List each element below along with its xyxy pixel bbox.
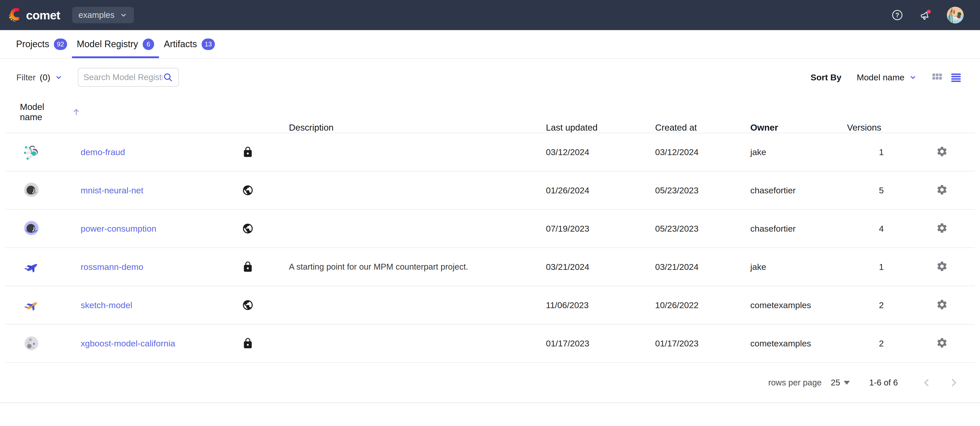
table-rows: demo-fraud 03/12/2024 03/12/2024 jake 1 … bbox=[5, 133, 975, 363]
model-registry-table: Model name Visibility Description Last u… bbox=[5, 102, 975, 363]
tab-count-badge: 6 bbox=[143, 38, 154, 50]
column-header-owner: Owner bbox=[750, 122, 847, 133]
sort-ascending-arrow-icon bbox=[72, 108, 81, 116]
created-at-cell: 01/17/2023 bbox=[655, 339, 750, 348]
model-name-link[interactable]: sketch-model bbox=[81, 300, 132, 310]
column-header-last-updated: Last updated bbox=[546, 122, 655, 133]
announcements-button[interactable] bbox=[919, 8, 932, 22]
table-row: power-consumption 07/19/2023 05/23/2023 … bbox=[5, 210, 975, 248]
table-row: sketch-model 11/06/2023 10/26/2022 comet… bbox=[5, 286, 975, 324]
table-row: rossmann-demo A starting point for our M… bbox=[5, 248, 975, 286]
versions-cell: 2 bbox=[847, 300, 929, 310]
user-avatar[interactable] bbox=[947, 6, 964, 24]
page-range-label: 1-6 of 6 bbox=[869, 378, 898, 388]
search-box bbox=[78, 68, 179, 87]
previous-page-button[interactable] bbox=[921, 377, 933, 389]
table-row: mnist-neural-net 01/26/2024 05/23/2023 c… bbox=[5, 172, 975, 210]
model-name-link[interactable]: power-consumption bbox=[81, 224, 156, 234]
grid-view-button[interactable] bbox=[932, 72, 943, 83]
owner-cell: chasefortier bbox=[750, 186, 847, 196]
created-at-cell: 05/23/2023 bbox=[655, 224, 750, 234]
search-icon[interactable] bbox=[162, 72, 173, 83]
gear-icon[interactable] bbox=[936, 154, 948, 158]
model-logo-icon bbox=[23, 296, 40, 314]
tab-bar: Projects 92 Model Registry 6 Artifacts 1… bbox=[0, 30, 980, 59]
chevron-left-icon bbox=[921, 377, 933, 389]
tab-count-badge: 92 bbox=[54, 38, 67, 50]
tab-projects[interactable]: Projects 92 bbox=[11, 30, 72, 58]
brand-wordmark: comet bbox=[26, 8, 60, 22]
search-input[interactable] bbox=[83, 72, 162, 82]
lock-icon bbox=[242, 261, 254, 273]
rows-per-page-select[interactable]: 25 bbox=[831, 378, 850, 388]
gear-icon[interactable] bbox=[936, 269, 948, 273]
chevron-down-icon bbox=[119, 11, 128, 19]
top-bar: comet examples ? bbox=[0, 0, 980, 30]
gear-icon[interactable] bbox=[936, 192, 948, 196]
filter-label: Filter bbox=[16, 72, 36, 83]
column-header-created-at: Created at bbox=[655, 122, 750, 133]
model-name-link[interactable]: xgboost-model-california bbox=[81, 339, 175, 348]
created-at-cell: 03/12/2024 bbox=[655, 147, 750, 157]
sort-by-label: Sort By bbox=[811, 72, 842, 83]
notification-dot bbox=[927, 10, 931, 14]
tab-label: Projects bbox=[16, 39, 49, 49]
model-name-link[interactable]: demo-fraud bbox=[81, 147, 125, 157]
view-toggles bbox=[932, 72, 962, 83]
versions-cell: 4 bbox=[847, 224, 929, 234]
created-at-cell: 05/23/2023 bbox=[655, 186, 750, 196]
globe-icon bbox=[242, 299, 254, 311]
lock-icon bbox=[242, 337, 254, 349]
last-updated-cell: 01/26/2024 bbox=[546, 186, 655, 196]
globe-icon bbox=[242, 184, 254, 196]
last-updated-cell: 11/06/2023 bbox=[546, 300, 655, 310]
tab-model-registry[interactable]: Model Registry 6 bbox=[72, 30, 159, 58]
grid-view-icon bbox=[932, 72, 943, 83]
topbar-actions: ? bbox=[891, 6, 980, 24]
gear-icon[interactable] bbox=[936, 345, 948, 350]
filter-dropdown[interactable]: Filter (0) bbox=[16, 72, 63, 83]
megaphone-icon bbox=[919, 9, 932, 21]
list-view-button[interactable] bbox=[950, 72, 962, 83]
comet-brand: comet bbox=[8, 7, 60, 23]
created-at-cell: 03/21/2024 bbox=[655, 262, 750, 272]
last-updated-cell: 01/17/2023 bbox=[546, 339, 655, 348]
sort-dropdown[interactable]: Model name bbox=[857, 72, 917, 83]
tab-label: Model Registry bbox=[77, 39, 138, 49]
rows-per-page-label: rows per page bbox=[768, 378, 821, 388]
registry-toolbar: Filter (0) Sort By Model name bbox=[0, 68, 980, 87]
last-updated-cell: 03/12/2024 bbox=[546, 147, 655, 157]
column-header-model-name[interactable]: Model name bbox=[20, 102, 81, 122]
versions-cell: 2 bbox=[847, 339, 929, 348]
versions-cell: 5 bbox=[847, 186, 929, 196]
model-name-link[interactable]: rossmann-demo bbox=[81, 262, 143, 272]
owner-cell: jake bbox=[750, 262, 847, 272]
last-updated-cell: 03/21/2024 bbox=[546, 262, 655, 272]
tab-count-badge: 13 bbox=[202, 38, 215, 50]
pagination-bar: rows per page 25 1-6 of 6 bbox=[0, 363, 980, 403]
model-logo-icon bbox=[23, 220, 40, 237]
tab-artifacts[interactable]: Artifacts 13 bbox=[159, 30, 220, 58]
gear-icon[interactable] bbox=[936, 230, 948, 235]
column-header-description: Description bbox=[289, 122, 546, 133]
globe-icon bbox=[242, 223, 254, 234]
comet-logo-icon bbox=[8, 7, 23, 23]
next-page-button[interactable] bbox=[947, 377, 959, 389]
column-header-visibility: Visibility bbox=[0, 122, 220, 133]
owner-cell: jake bbox=[750, 147, 847, 157]
owner-cell: cometexamples bbox=[750, 339, 847, 348]
toolbar-right: Sort By Model name bbox=[811, 72, 980, 83]
gear-icon[interactable] bbox=[936, 307, 948, 311]
pagination-nav bbox=[921, 377, 959, 389]
filter-count: (0) bbox=[40, 72, 51, 83]
help-icon: ? bbox=[891, 9, 904, 21]
model-logo-icon bbox=[23, 258, 40, 275]
list-view-icon bbox=[950, 72, 962, 83]
model-logo-icon bbox=[23, 182, 40, 199]
table-row: xgboost-model-california 01/17/2023 01/1… bbox=[5, 324, 975, 363]
table-header: Model name Visibility Description Last u… bbox=[5, 102, 975, 133]
model-name-link[interactable]: mnist-neural-net bbox=[81, 186, 143, 195]
help-button[interactable]: ? bbox=[891, 8, 904, 22]
workspace-selector[interactable]: examples bbox=[72, 7, 134, 23]
sort-value: Model name bbox=[857, 72, 904, 83]
